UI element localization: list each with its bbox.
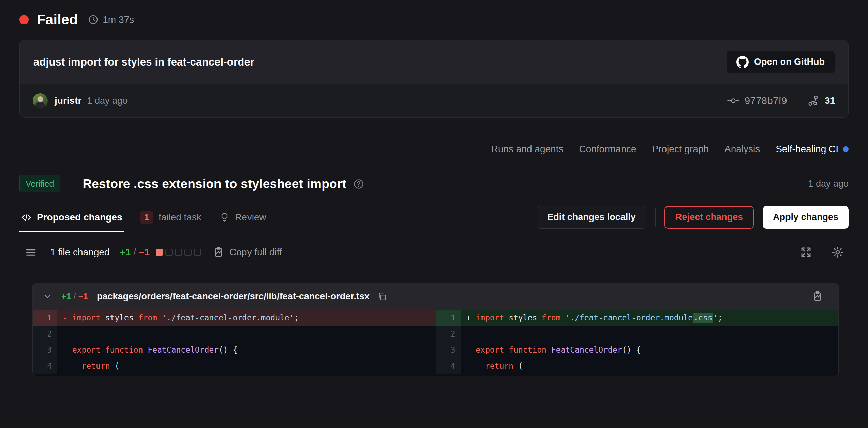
code-line: 1- import styles from './feat-cancel-ord… bbox=[33, 310, 436, 326]
code-icon bbox=[21, 212, 32, 223]
file-additions: +1 bbox=[61, 291, 71, 301]
commit-time: 1 day ago bbox=[87, 96, 128, 106]
line-number: 2 bbox=[33, 326, 57, 342]
code-line: 2 bbox=[33, 326, 436, 342]
fix-actions: Edit changes locally Reject changes Appl… bbox=[537, 206, 849, 229]
hamburger-icon[interactable] bbox=[25, 246, 37, 259]
line-number: 4 bbox=[33, 358, 57, 374]
diff-toolbar: 1 file changed +1 / −1 Copy full diff bbox=[25, 246, 844, 259]
commit-hash-group[interactable]: 9778b7f9 bbox=[727, 95, 787, 106]
lightbulb-icon bbox=[219, 212, 230, 223]
chevron-down-icon[interactable] bbox=[42, 291, 53, 301]
tabs-row: Proposed changes 1 failed task Review Ed… bbox=[19, 203, 849, 232]
branch-icon bbox=[807, 95, 819, 107]
code-line: 3 export function FeatCancelOrder() { bbox=[436, 342, 839, 358]
open-on-github-button[interactable]: Open on GitHub bbox=[727, 51, 835, 73]
line-number: 3 bbox=[436, 342, 461, 358]
line-number: 3 bbox=[33, 342, 57, 358]
github-button-label: Open on GitHub bbox=[754, 57, 825, 67]
gear-icon[interactable] bbox=[831, 246, 844, 259]
branch-count: 31 bbox=[825, 95, 835, 106]
code-text: export function FeatCancelOrder() { bbox=[461, 342, 839, 358]
code-text: return ( bbox=[57, 358, 436, 374]
expand-icon[interactable] bbox=[800, 246, 812, 258]
failed-count-badge: 1 bbox=[140, 211, 153, 224]
files-changed-label: 1 file changed bbox=[50, 247, 109, 258]
line-number: 4 bbox=[436, 358, 461, 374]
diff-block-squares bbox=[156, 249, 201, 256]
code-text: return ( bbox=[461, 358, 839, 374]
code-line: 2 bbox=[436, 326, 839, 342]
copy-path-icon[interactable] bbox=[377, 291, 387, 301]
code-text bbox=[461, 326, 839, 342]
diff-block-empty bbox=[194, 249, 201, 256]
line-number: 1 bbox=[33, 310, 57, 326]
diff-block-empty bbox=[165, 249, 173, 256]
tab-review[interactable]: Review bbox=[218, 203, 268, 232]
actions-divider bbox=[655, 208, 656, 227]
tab-failed-task[interactable]: 1 failed task bbox=[139, 203, 203, 232]
help-circle-icon[interactable] bbox=[353, 179, 364, 189]
tab-proposed-changes-label: Proposed changes bbox=[37, 212, 122, 223]
status-label: Failed bbox=[37, 12, 78, 28]
deletions-count: −1 bbox=[139, 247, 150, 258]
toolbar-right-icons bbox=[800, 246, 844, 259]
nav-conformance[interactable]: Conformance bbox=[579, 144, 636, 155]
fix-header: Verified Restore .css extension to style… bbox=[19, 175, 849, 192]
duration: 1m 37s bbox=[88, 14, 134, 25]
top-nav: Runs and agents Conformance Project grap… bbox=[19, 144, 849, 155]
code-line: 4 return ( bbox=[436, 358, 839, 374]
nav-analysis[interactable]: Analysis bbox=[724, 144, 760, 155]
status-dot bbox=[19, 15, 29, 24]
stats-separator: / bbox=[133, 247, 136, 258]
line-number: 1 bbox=[436, 310, 461, 326]
code-text: + import styles from './feat-cancel-orde… bbox=[461, 310, 839, 326]
nav-runs-and-agents[interactable]: Runs and agents bbox=[491, 144, 564, 155]
active-nav-dot bbox=[843, 146, 849, 152]
duration-value: 1m 37s bbox=[103, 14, 134, 25]
diff-pane-left: 1- import styles from './feat-cancel-ord… bbox=[33, 310, 436, 374]
commit-title: adjust import for styles in feat-cancel-… bbox=[33, 56, 254, 68]
tab-failed-task-label: failed task bbox=[159, 212, 201, 223]
code-text: export function FeatCancelOrder() { bbox=[57, 342, 436, 358]
avatar[interactable] bbox=[33, 93, 48, 108]
reject-changes-button[interactable]: Reject changes bbox=[664, 206, 754, 229]
diff-pane-right: 1+ import styles from './feat-cancel-ord… bbox=[436, 310, 839, 374]
nav-project-graph[interactable]: Project graph bbox=[652, 144, 709, 155]
verified-badge: Verified bbox=[19, 175, 60, 192]
copy-file-diff-icon[interactable] bbox=[812, 290, 823, 302]
code-line: 3 export function FeatCancelOrder() { bbox=[33, 342, 436, 358]
fix-title: Restore .css extension to stylesheet imp… bbox=[83, 177, 346, 191]
nav-self-healing-ci-label: Self-healing CI bbox=[776, 144, 838, 155]
diff-block-empty bbox=[175, 249, 182, 256]
diff-file-header: +1 / −1 packages/orders/feat-cancel-orde… bbox=[33, 283, 838, 310]
tab-review-label: Review bbox=[235, 212, 266, 223]
commit-card-header: adjust import for styles in feat-cancel-… bbox=[20, 40, 848, 84]
commit-hash: 9778b7f9 bbox=[745, 95, 787, 106]
clock-icon bbox=[88, 14, 99, 25]
diff-panes: 1- import styles from './feat-cancel-ord… bbox=[33, 310, 838, 376]
branch-count-group[interactable]: 31 bbox=[807, 95, 835, 107]
nav-self-healing-ci[interactable]: Self-healing CI bbox=[776, 144, 849, 155]
code-line: 4 return ( bbox=[33, 358, 436, 374]
file-stats-separator: / bbox=[74, 291, 76, 301]
apply-changes-button[interactable]: Apply changes bbox=[763, 206, 849, 229]
diff-block-empty bbox=[184, 249, 192, 256]
fix-time: 1 day ago bbox=[808, 179, 849, 189]
author-name: juristr bbox=[55, 95, 81, 106]
edit-changes-locally-button[interactable]: Edit changes locally bbox=[537, 206, 646, 229]
copy-full-diff-button[interactable]: Copy full diff bbox=[213, 246, 282, 258]
github-icon bbox=[736, 56, 749, 68]
tab-proposed-changes[interactable]: Proposed changes bbox=[19, 203, 124, 232]
diff-block-filled bbox=[156, 249, 163, 256]
status-header: Failed 1m 37s bbox=[0, 0, 868, 28]
commit-icon bbox=[727, 97, 740, 105]
diff-card: +1 / −1 packages/orders/feat-cancel-orde… bbox=[32, 283, 839, 376]
file-path: packages/orders/feat-cancel-order/src/li… bbox=[97, 291, 370, 302]
clipboard-icon bbox=[213, 246, 224, 258]
commit-card: adjust import for styles in feat-cancel-… bbox=[19, 40, 849, 118]
code-text bbox=[57, 326, 436, 342]
code-text: - import styles from './feat-cancel-orde… bbox=[57, 310, 436, 326]
change-stats: +1 / −1 bbox=[120, 247, 150, 258]
commit-meta-right: 9778b7f9 31 bbox=[727, 95, 835, 107]
